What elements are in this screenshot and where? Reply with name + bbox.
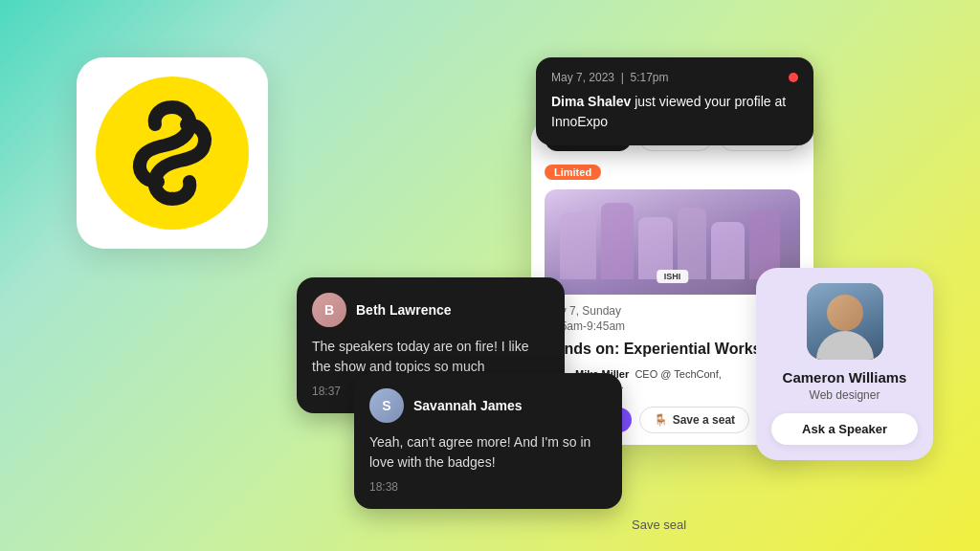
notif-meta: May 7, 2023 | 5:17pm (551, 71, 798, 84)
speaker-card-title: Web designer (771, 388, 918, 402)
cameron-photo-bg (807, 283, 883, 360)
notif-time: May 7, 2023 | 5:17pm (551, 71, 669, 84)
speaker-photo-cameron (807, 283, 883, 360)
chat-header-savannah: S Savannah James (369, 388, 607, 423)
notif-text: Dima Shalev just viewed your profile at … (551, 92, 798, 132)
chat-card-savannah: S Savannah James Yeah, can't agree more!… (354, 373, 622, 509)
brella-logo-icon (115, 96, 230, 210)
speaker-card-name: Cameron Williams (771, 369, 918, 386)
avatar-savannah: S (369, 388, 404, 423)
avatar-beth: B (312, 293, 346, 327)
chat-message-beth: The speakers today are on fire! I like t… (312, 337, 549, 377)
cameron-head (827, 295, 863, 331)
chat-name-savannah: Savannah James (413, 398, 523, 413)
ask-speaker-button[interactable]: Ask a Speaker (771, 413, 918, 445)
cameron-body (816, 331, 874, 360)
chat-message-savannah: Yeah, can't agree more! And I'm so in lo… (369, 432, 607, 473)
speaker-card-cameron: Cameron Williams Web designer Ask a Spea… (756, 268, 933, 460)
chat-header-beth: B Beth Lawrence (312, 293, 549, 327)
save-seal-label: Save seal (632, 518, 686, 532)
limited-badge: Limited (545, 165, 601, 180)
notification-card: May 7, 2023 | 5:17pm Dima Shalev just vi… (536, 57, 813, 145)
seat-icon: 🪑 (654, 413, 668, 427)
save-seat-button[interactable]: 🪑 Save a seat (639, 407, 749, 433)
notif-dot (789, 73, 798, 82)
chat-name-beth: Beth Lawrence (356, 302, 452, 318)
logo-card (77, 57, 268, 249)
logo-circle (96, 77, 249, 230)
chat-time-savannah: 18:38 (369, 480, 607, 494)
